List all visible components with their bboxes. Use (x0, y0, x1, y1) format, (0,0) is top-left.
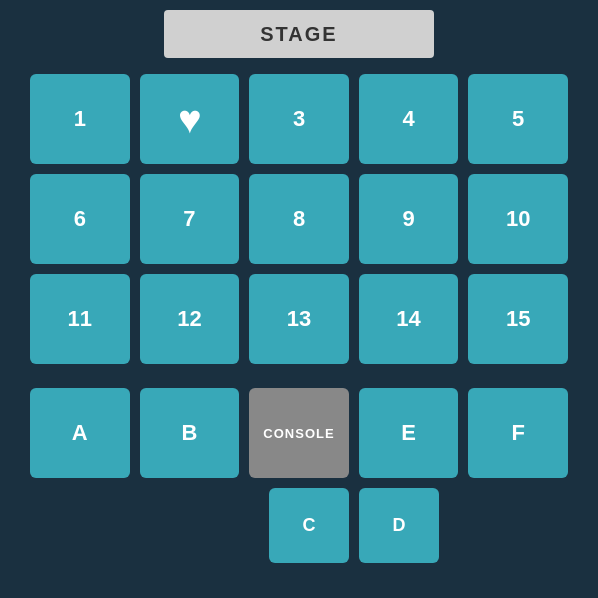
seat-d[interactable]: D (359, 488, 439, 563)
bottom-row-main: A B CONSOLE E F (30, 388, 568, 478)
seat-row-1: 1 ♥ 3 4 5 (30, 74, 568, 164)
seat-row-2: 6 7 8 9 10 (30, 174, 568, 264)
seat-12[interactable]: 12 (140, 274, 240, 364)
seat-b[interactable]: B (140, 388, 240, 478)
seat-a[interactable]: A (30, 388, 130, 478)
stage-area: STAGE (0, 0, 598, 58)
seat-10[interactable]: 10 (468, 174, 568, 264)
bottom-section: A B CONSOLE E F C D (0, 374, 598, 563)
stage-box: STAGE (164, 10, 434, 58)
seat-e[interactable]: E (359, 388, 459, 478)
bottom-row-sub: C D (30, 488, 568, 563)
stage-label: STAGE (260, 23, 337, 46)
seat-4[interactable]: 4 (359, 74, 459, 164)
seat-5[interactable]: 5 (468, 74, 568, 164)
seat-f[interactable]: F (468, 388, 568, 478)
venue-logo-icon: ♥ (178, 97, 202, 142)
console-box[interactable]: CONSOLE (249, 388, 349, 478)
main-seats: 1 ♥ 3 4 5 6 7 8 9 10 (0, 58, 598, 364)
seat-6[interactable]: 6 (30, 174, 130, 264)
seat-7[interactable]: 7 (140, 174, 240, 264)
seat-13[interactable]: 13 (249, 274, 349, 364)
seat-row-3: 11 12 13 14 15 (30, 274, 568, 364)
seat-14[interactable]: 14 (359, 274, 459, 364)
seat-9[interactable]: 9 (359, 174, 459, 264)
seat-1[interactable]: 1 (30, 74, 130, 164)
seat-c[interactable]: C (269, 488, 349, 563)
seat-11[interactable]: 11 (30, 274, 130, 364)
seat-8[interactable]: 8 (249, 174, 349, 264)
seat-15[interactable]: 15 (468, 274, 568, 364)
seat-3[interactable]: 3 (249, 74, 349, 164)
seat-venue-logo[interactable]: ♥ (140, 74, 240, 164)
